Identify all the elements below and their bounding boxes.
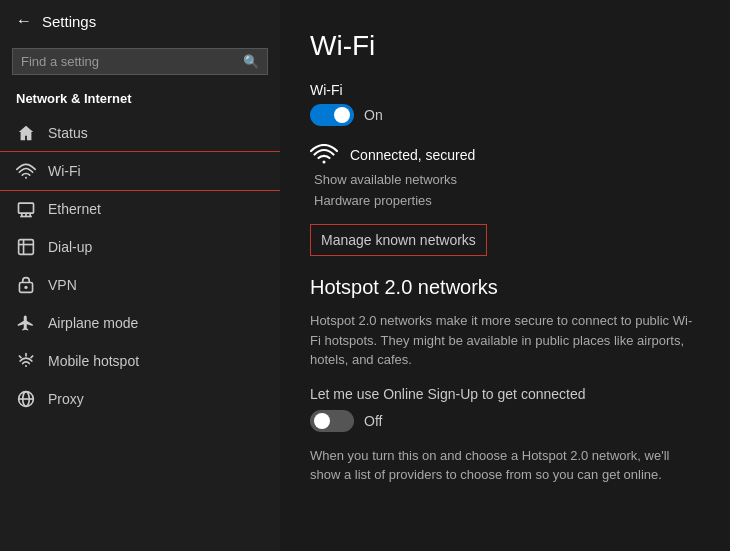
svg-rect-6	[19, 240, 34, 255]
proxy-icon	[16, 390, 36, 408]
svg-rect-1	[19, 203, 34, 213]
dialup-icon	[16, 238, 36, 256]
wifi-status-row: Connected, secured	[310, 144, 700, 166]
wifi-toggle[interactable]	[310, 104, 354, 126]
svg-point-11	[25, 365, 27, 367]
wifi-label: Wi-Fi	[310, 82, 700, 98]
airplane-icon	[16, 314, 36, 332]
hotspot-bottom-description: When you turn this on and choose a Hotsp…	[310, 446, 700, 485]
wifi-connected-text: Connected, secured	[350, 147, 475, 163]
online-signup-toggle-text: Off	[364, 413, 382, 429]
online-signup-toggle-knob	[314, 413, 330, 429]
sidebar-item-label-status: Status	[48, 125, 88, 141]
svg-point-15	[323, 161, 326, 164]
hotspot-description: Hotspot 2.0 networks make it more secure…	[310, 311, 700, 370]
sidebar-item-label-hotspot: Mobile hotspot	[48, 353, 139, 369]
svg-point-0	[25, 177, 27, 179]
page-title: Wi-Fi	[310, 30, 700, 62]
wifi-connected-icon	[310, 144, 338, 166]
sidebar-item-label-airplane: Airplane mode	[48, 315, 138, 331]
search-input[interactable]	[21, 54, 237, 69]
sidebar-item-label-dialup: Dial-up	[48, 239, 92, 255]
sidebar-item-vpn[interactable]: VPN	[0, 266, 280, 304]
wifi-icon	[16, 162, 36, 180]
toggle-knob	[334, 107, 350, 123]
sidebar-item-label-ethernet: Ethernet	[48, 201, 101, 217]
svg-point-10	[24, 286, 27, 289]
sidebar-item-airplane[interactable]: Airplane mode	[0, 304, 280, 342]
manage-known-networks-button[interactable]: Manage known networks	[310, 224, 487, 256]
hotspot-section-heading: Hotspot 2.0 networks	[310, 276, 700, 299]
sidebar-header: ← Settings	[0, 0, 280, 42]
online-signup-toggle[interactable]	[310, 410, 354, 432]
search-icon: 🔍	[243, 54, 259, 69]
sidebar-item-hotspot[interactable]: Mobile hotspot	[0, 342, 280, 380]
hardware-props-link[interactable]: Hardware properties	[314, 193, 700, 208]
back-button[interactable]: ←	[16, 12, 32, 30]
ethernet-icon	[16, 200, 36, 218]
main-content: Wi-Fi Wi-Fi On Connected, secured Show a…	[280, 0, 730, 551]
sidebar-section-label: Network & Internet	[0, 85, 280, 114]
sidebar-item-wifi[interactable]: Wi-Fi	[0, 152, 280, 190]
sidebar-item-label-wifi: Wi-Fi	[48, 163, 81, 179]
sidebar-item-dialup[interactable]: Dial-up	[0, 228, 280, 266]
online-signup-label: Let me use Online Sign-Up to get connect…	[310, 386, 700, 402]
sidebar-app-title: Settings	[42, 13, 96, 30]
show-networks-link[interactable]: Show available networks	[314, 172, 700, 187]
online-signup-toggle-row: Off	[310, 410, 700, 432]
sidebar-item-label-vpn: VPN	[48, 277, 77, 293]
manage-known-networks-label: Manage known networks	[321, 232, 476, 248]
search-box[interactable]: 🔍	[12, 48, 268, 75]
sidebar-item-status[interactable]: Status	[0, 114, 280, 152]
sidebar-item-label-proxy: Proxy	[48, 391, 84, 407]
home-icon	[16, 124, 36, 142]
sidebar-item-proxy[interactable]: Proxy	[0, 380, 280, 418]
sidebar-item-ethernet[interactable]: Ethernet	[0, 190, 280, 228]
vpn-icon	[16, 276, 36, 294]
sidebar: ← Settings 🔍 Network & Internet Status W…	[0, 0, 280, 551]
wifi-toggle-state-text: On	[364, 107, 383, 123]
hotspot-icon	[16, 352, 36, 370]
